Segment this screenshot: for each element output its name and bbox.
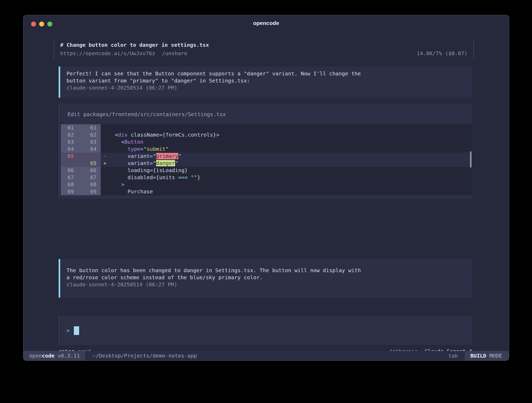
diff-row: 6868 > [61, 181, 472, 188]
prompt-input[interactable]: > [61, 316, 472, 345]
edit-file-path: Edit packages/frontend/src/containers/Se… [61, 104, 472, 124]
edit-block-left-bar [59, 104, 60, 199]
diff-row: 6767 disabled={units === ""} [61, 174, 472, 181]
prompt-symbol: > [66, 327, 70, 334]
diff-scrollbar-thumb[interactable] [470, 151, 472, 168]
assistant-message-2: The button color has been changed to dan… [59, 259, 472, 298]
title-bar: opencode [23, 15, 509, 31]
message-model-timestamp: claude-sonnet-4-20250514 (06:27 PM) [66, 84, 472, 91]
app-version: v0.3.11 [54, 353, 80, 359]
working-directory: ~/Desktop/Projects/demo-notes-app [93, 351, 197, 360]
unshare-action[interactable]: /unshare [162, 50, 187, 57]
diff-row: 6161 [61, 124, 472, 131]
assistant-message-1: Perfect! I can see that the Button compo… [59, 66, 472, 98]
diff-row: 6363 <Button [61, 138, 472, 146]
message-text-line: Perfect! I can see that the Button compo… [66, 70, 472, 77]
context-usage-stats: 14.6K/7% ($0.07) [417, 50, 467, 57]
session-header: # Change button color to danger in setti… [53, 39, 474, 60]
prompt-input-block: > [59, 316, 472, 345]
app-name: open [29, 353, 42, 359]
message-text-line: a red/rose color scheme instead of the b… [66, 274, 472, 281]
diff-rows: 61616262 <div className={formCs.controls… [61, 124, 472, 195]
tab-key-hint: tab [448, 351, 458, 360]
diff-row: 6262 <div className={formCs.controls}> [61, 131, 472, 138]
message-text-line: The button color has been changed to dan… [66, 267, 472, 274]
diff-row: 65- variant="primary" [61, 153, 472, 160]
share-url-link[interactable]: https://opencode.ai/s/UwJxv76z [60, 50, 155, 57]
window-title: opencode [23, 15, 509, 31]
app-window: opencode # Change button color to danger… [23, 15, 509, 361]
session-title: # Change button color to danger in setti… [60, 41, 467, 49]
diff-row: 6969 Purchase [61, 188, 472, 195]
edit-tool-call: Edit packages/frontend/src/containers/Se… [59, 104, 472, 199]
message-model-timestamp: claude-sonnet-4-20250514 (06:27 PM) [66, 281, 472, 288]
diff-row: 65+ variant="danger" [61, 160, 472, 167]
status-bar: opencode v0.3.11 ~/Desktop/Projects/demo… [23, 351, 509, 360]
message-text-line: button variant from "primary" to "danger… [66, 77, 472, 84]
build-mode-chip[interactable]: BUILD MODE [465, 351, 509, 360]
text-cursor [74, 326, 79, 335]
diff-row: 6666 loading={isLoading} [61, 167, 472, 174]
app-version-chip: opencode v0.3.11 [23, 351, 85, 360]
diff-row: 6464 type="submit" [61, 146, 472, 153]
input-block-left-bar [59, 316, 60, 345]
